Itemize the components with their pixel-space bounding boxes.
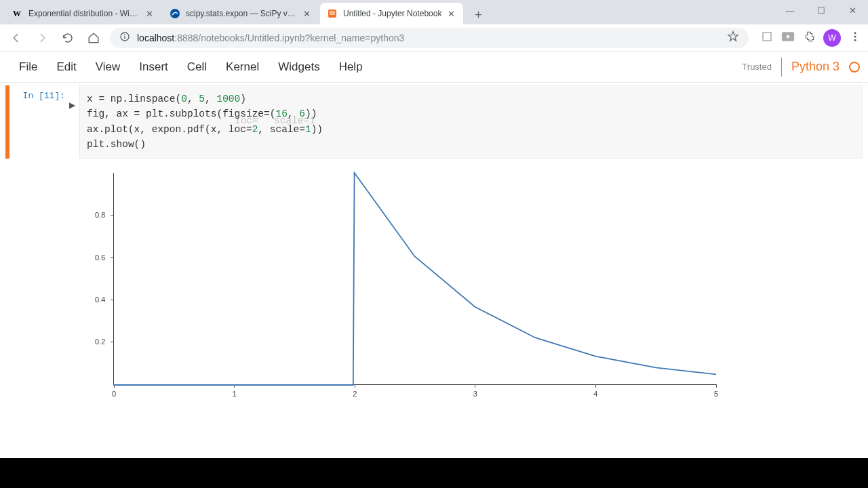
youtube-icon[interactable] [781, 31, 795, 44]
menu-view[interactable]: View [86, 56, 130, 78]
reader-icon[interactable] [761, 30, 773, 45]
tab-jupyter[interactable]: Untitled - Jupyter Notebook ✕ [320, 3, 463, 24]
home-button[interactable] [84, 28, 103, 47]
browser-tab-strip: W Exponential distribution - Wikipe ✕ sc… [0, 0, 868, 24]
minimize-button[interactable]: — [774, 0, 806, 20]
svg-rect-7 [124, 34, 125, 35]
svg-point-1 [170, 9, 180, 18]
menu-edit[interactable]: Edit [47, 56, 85, 78]
url-text: localhost:8888/notebooks/Untitled.ipynb?… [137, 33, 404, 43]
back-button[interactable] [7, 28, 26, 47]
matplotlib-figure: 0.20.40.60.8012345 [98, 164, 718, 405]
notebook-body: In [11]: ▶ x = np.linspace(0, 5, 1000) f… [0, 83, 868, 455]
svg-text:W: W [13, 9, 21, 18]
star-icon[interactable] [727, 30, 739, 45]
close-icon[interactable]: ✕ [301, 8, 312, 19]
browser-menu-icon[interactable] [849, 30, 861, 45]
extensions-icon[interactable] [803, 30, 815, 45]
kernel-status: Trusted Python 3 [742, 58, 860, 77]
tab-label: Untitled - Jupyter Notebook [343, 9, 441, 18]
browser-toolbar: localhost:8888/notebooks/Untitled.ipynb?… [0, 24, 868, 52]
menu-insert[interactable]: Insert [130, 56, 178, 78]
code-line: plt.show() [87, 137, 855, 152]
menu-help[interactable]: Help [330, 56, 372, 78]
browser-toolbar-right: W [761, 29, 861, 47]
code-line: x = np.linspace(0, 5, 1000) [87, 92, 855, 106]
reload-button[interactable] [58, 28, 77, 47]
code-cell[interactable]: In [11]: ▶ x = np.linspace(0, 5, 1000) f… [5, 85, 863, 159]
svg-rect-6 [124, 36, 125, 39]
kernel-separator [781, 58, 782, 77]
svg-point-12 [854, 39, 856, 41]
menu-widgets[interactable]: Widgets [269, 56, 329, 78]
tab-wikipedia[interactable]: W Exponential distribution - Wikipe ✕ [5, 3, 161, 24]
window-controls: — ☐ ✕ [774, 0, 868, 22]
close-window-button[interactable]: ✕ [837, 0, 868, 20]
svg-point-10 [854, 32, 856, 34]
tab-scipy[interactable]: scipy.stats.expon — SciPy v1.5.2 ✕ [163, 3, 319, 24]
svg-point-11 [854, 36, 856, 38]
svg-rect-8 [763, 33, 771, 41]
maximize-button[interactable]: ☐ [806, 0, 837, 20]
close-icon[interactable]: ✕ [144, 8, 155, 19]
jupyter-icon [327, 8, 338, 19]
cell-prompt: In [11]: [9, 85, 68, 159]
kernel-name[interactable]: Python 3 [791, 60, 840, 74]
site-info-icon[interactable] [119, 31, 130, 44]
menu-file[interactable]: File [9, 56, 47, 78]
code-editor[interactable]: x = np.linspace(0, 5, 1000) fig, ax = pl… [79, 85, 863, 159]
jupyter-menubar: File Edit View Insert Cell Kernel Widget… [0, 52, 868, 83]
plot-line [98, 165, 717, 404]
kernel-busy-icon [849, 62, 860, 73]
tab-label: scipy.stats.expon — SciPy v1.5.2 [186, 9, 297, 18]
menu-kernel[interactable]: Kernel [216, 56, 269, 78]
profile-avatar[interactable]: W [823, 29, 841, 47]
cell-output: 0.20.40.60.8012345 [5, 164, 863, 405]
tab-label: Exponential distribution - Wikipe [28, 9, 140, 18]
trusted-label: Trusted [742, 62, 772, 72]
close-icon[interactable]: ✕ [446, 8, 456, 19]
svg-rect-4 [330, 14, 335, 15]
wikipedia-icon: W [12, 8, 23, 19]
svg-rect-3 [330, 12, 335, 13]
menu-cell[interactable]: Cell [178, 56, 216, 78]
series-line [113, 173, 716, 385]
bottom-black-bar [0, 458, 868, 488]
forward-button[interactable] [33, 28, 52, 47]
run-cell-button[interactable]: ▶ [69, 100, 75, 159]
code-line: ax.plot(x, expon.pdf(x, loc=2, scale=1)) [87, 122, 855, 137]
address-bar[interactable]: localhost:8888/notebooks/Untitled.ipynb?… [110, 28, 749, 48]
new-tab-button[interactable]: + [469, 5, 488, 24]
code-line: fig, ax = plt.subplots(figsize=(16, 6)) [87, 106, 855, 121]
scipy-icon [170, 8, 180, 19]
